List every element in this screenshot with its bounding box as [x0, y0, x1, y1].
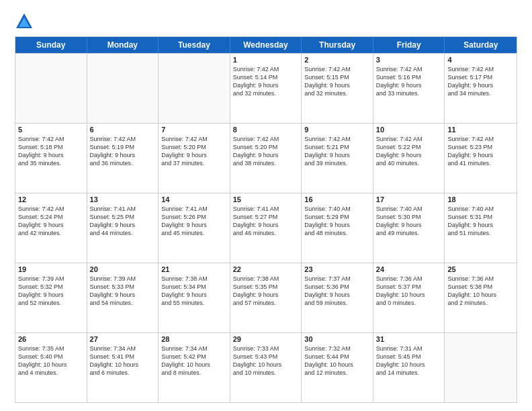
cell-info-line-3: and 40 minutes.	[376, 159, 442, 167]
day-number: 28	[161, 335, 227, 343]
cell-info-line-1: Sunset: 5:23 PM	[447, 143, 514, 151]
day-number: 27	[90, 335, 156, 343]
cell-info-line-3: and 37 minutes.	[161, 159, 227, 167]
cell-info-line-0: Sunrise: 7:42 AM	[304, 135, 370, 143]
day-number: 7	[161, 126, 227, 134]
day-cell-4: 4Sunrise: 7:42 AMSunset: 5:17 PMDaylight…	[445, 54, 517, 123]
cell-info-line-1: Sunset: 5:21 PM	[304, 143, 370, 151]
cell-info-line-1: Sunset: 5:34 PM	[161, 283, 227, 291]
cell-info-line-3: and 51 minutes.	[447, 229, 514, 237]
cell-info-line-0: Sunrise: 7:39 AM	[18, 275, 84, 283]
cell-info-line-0: Sunrise: 7:41 AM	[233, 205, 299, 213]
cell-info-line-1: Sunset: 5:33 PM	[90, 283, 156, 291]
cell-info-line-1: Sunset: 5:20 PM	[161, 143, 227, 151]
day-number: 25	[447, 265, 514, 273]
day-number: 23	[304, 265, 370, 273]
cell-info-line-2: Daylight: 9 hours	[90, 221, 156, 229]
day-number: 24	[376, 265, 442, 273]
cell-info-line-0: Sunrise: 7:36 AM	[376, 275, 442, 283]
cell-info-line-0: Sunrise: 7:42 AM	[233, 135, 299, 143]
header-day-sunday: Sunday	[15, 37, 87, 53]
cell-info-line-0: Sunrise: 7:36 AM	[447, 275, 514, 283]
header-day-saturday: Saturday	[445, 37, 517, 53]
cell-info-line-3: and 6 minutes.	[90, 369, 156, 377]
cell-info-line-3: and 49 minutes.	[376, 229, 442, 237]
cell-info-line-2: Daylight: 9 hours	[161, 221, 227, 229]
day-cell-24: 24Sunrise: 7:36 AMSunset: 5:37 PMDayligh…	[373, 263, 445, 332]
cell-info-line-3: and 4 minutes.	[18, 369, 84, 377]
cell-info-line-2: Daylight: 9 hours	[447, 221, 514, 229]
day-cell-9: 9Sunrise: 7:42 AMSunset: 5:21 PMDaylight…	[302, 124, 373, 193]
cell-info-line-3: and 2 minutes.	[447, 299, 514, 307]
cell-info-line-3: and 46 minutes.	[233, 229, 299, 237]
cell-info-line-2: Daylight: 9 hours	[304, 151, 370, 159]
cell-info-line-2: Daylight: 10 hours	[233, 361, 299, 369]
cell-info-line-0: Sunrise: 7:42 AM	[304, 65, 370, 73]
cell-info-line-1: Sunset: 5:20 PM	[233, 143, 299, 151]
cell-info-line-2: Daylight: 10 hours	[304, 361, 370, 369]
day-cell-31: 31Sunrise: 7:31 AMSunset: 5:45 PMDayligh…	[373, 333, 445, 402]
cell-info-line-3: and 36 minutes.	[90, 159, 156, 167]
cell-info-line-1: Sunset: 5:37 PM	[376, 283, 442, 291]
cell-info-line-3: and 14 minutes.	[376, 369, 442, 377]
cell-info-line-0: Sunrise: 7:42 AM	[376, 65, 442, 73]
cell-info-line-1: Sunset: 5:40 PM	[18, 353, 84, 361]
day-cell-30: 30Sunrise: 7:32 AMSunset: 5:44 PMDayligh…	[302, 333, 373, 402]
cell-info-line-1: Sunset: 5:27 PM	[233, 213, 299, 221]
cell-info-line-0: Sunrise: 7:40 AM	[376, 205, 442, 213]
cell-info-line-3: and 32 minutes.	[233, 89, 299, 97]
cell-info-line-2: Daylight: 9 hours	[233, 151, 299, 159]
cell-info-line-2: Daylight: 10 hours	[161, 361, 227, 369]
cell-info-line-0: Sunrise: 7:38 AM	[233, 275, 299, 283]
day-number: 30	[304, 335, 370, 343]
day-cell-23: 23Sunrise: 7:37 AMSunset: 5:36 PMDayligh…	[302, 263, 373, 332]
cell-info-line-1: Sunset: 5:25 PM	[90, 213, 156, 221]
cell-info-line-0: Sunrise: 7:41 AM	[161, 205, 227, 213]
day-number: 17	[376, 195, 442, 203]
cell-info-line-2: Daylight: 10 hours	[376, 291, 442, 299]
cell-info-line-1: Sunset: 5:19 PM	[90, 143, 156, 151]
cell-info-line-3: and 48 minutes.	[304, 229, 370, 237]
day-cell-26: 26Sunrise: 7:35 AMSunset: 5:40 PMDayligh…	[15, 333, 87, 402]
day-number: 12	[18, 195, 84, 203]
cell-info-line-3: and 35 minutes.	[18, 159, 84, 167]
cell-info-line-3: and 32 minutes.	[304, 89, 370, 97]
cell-info-line-3: and 59 minutes.	[304, 299, 370, 307]
cell-info-line-0: Sunrise: 7:41 AM	[90, 205, 156, 213]
week-row-2: 5Sunrise: 7:42 AMSunset: 5:18 PMDaylight…	[15, 123, 517, 193]
cell-info-line-2: Daylight: 10 hours	[376, 361, 442, 369]
empty-cell-w0-c1	[87, 54, 159, 123]
cell-info-line-1: Sunset: 5:35 PM	[233, 283, 299, 291]
cell-info-line-1: Sunset: 5:18 PM	[18, 143, 84, 151]
day-cell-2: 2Sunrise: 7:42 AMSunset: 5:15 PMDaylight…	[302, 54, 373, 123]
day-cell-13: 13Sunrise: 7:41 AMSunset: 5:25 PMDayligh…	[87, 193, 159, 263]
cell-info-line-0: Sunrise: 7:42 AM	[161, 135, 227, 143]
cell-info-line-0: Sunrise: 7:37 AM	[304, 275, 370, 283]
day-number: 15	[233, 195, 299, 203]
cell-info-line-2: Daylight: 10 hours	[90, 361, 156, 369]
header-day-thursday: Thursday	[302, 37, 373, 53]
cell-info-line-0: Sunrise: 7:42 AM	[447, 65, 514, 73]
header-day-wednesday: Wednesday	[230, 37, 302, 53]
header-day-tuesday: Tuesday	[159, 37, 230, 53]
week-row-1: 1Sunrise: 7:42 AMSunset: 5:14 PMDaylight…	[15, 53, 517, 123]
cell-info-line-2: Daylight: 9 hours	[376, 221, 442, 229]
cell-info-line-0: Sunrise: 7:31 AM	[376, 345, 442, 353]
cell-info-line-3: and 12 minutes.	[304, 369, 370, 377]
cell-info-line-2: Daylight: 9 hours	[233, 81, 299, 89]
cell-info-line-1: Sunset: 5:16 PM	[376, 73, 442, 81]
cell-info-line-1: Sunset: 5:30 PM	[376, 213, 442, 221]
empty-cell-w0-c0	[15, 54, 87, 123]
cell-info-line-0: Sunrise: 7:40 AM	[304, 205, 370, 213]
day-number: 9	[304, 126, 370, 134]
day-cell-25: 25Sunrise: 7:36 AMSunset: 5:38 PMDayligh…	[445, 263, 517, 332]
cell-info-line-1: Sunset: 5:42 PM	[161, 353, 227, 361]
empty-cell-w0-c2	[159, 54, 230, 123]
day-number: 8	[233, 126, 299, 134]
day-cell-6: 6Sunrise: 7:42 AMSunset: 5:19 PMDaylight…	[87, 124, 159, 193]
cell-info-line-1: Sunset: 5:14 PM	[233, 73, 299, 81]
day-cell-1: 1Sunrise: 7:42 AMSunset: 5:14 PMDaylight…	[230, 54, 302, 123]
cell-info-line-2: Daylight: 9 hours	[233, 221, 299, 229]
cell-info-line-0: Sunrise: 7:40 AM	[447, 205, 514, 213]
day-cell-5: 5Sunrise: 7:42 AMSunset: 5:18 PMDaylight…	[15, 124, 87, 193]
